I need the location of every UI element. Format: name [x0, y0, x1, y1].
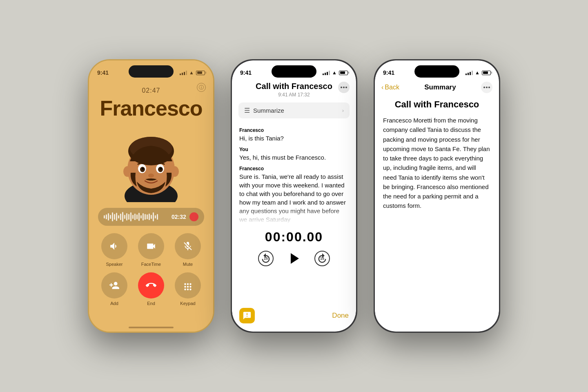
call-timer: 02:47 — [142, 87, 160, 94]
waveform-bar: 02:32 — [98, 208, 204, 226]
transcript-speaker-0: Francesco — [239, 127, 349, 133]
call-buttons-grid: Speaker FaceTime Mute Add — [99, 233, 203, 306]
transcript-item-0: Francesco Hi, is this Tania? — [239, 127, 349, 143]
svg-point-12 — [160, 168, 162, 170]
transcript-item-1: You Yes, hi, this must be Francesco. — [239, 147, 349, 162]
phone1-content: 9:41 ▲ ⓘ 02:47 Francesco — [89, 60, 213, 332]
summary-heading: Call with Francesco — [383, 99, 491, 110]
home-indicator-1 — [129, 327, 174, 328]
phone3-screen: 9:41 ▲ ‹ Back Summary — [375, 60, 499, 332]
keypad-icon — [175, 272, 201, 298]
back-chevron-icon: ‹ — [381, 84, 383, 91]
skip-back-button[interactable]: 15 — [258, 251, 274, 266]
add-label: Add — [110, 301, 118, 306]
back-label: Back — [385, 84, 399, 91]
phone2-screen: 9:41 ▲ Call with Francesco 9:41 AM 17:32 — [232, 60, 356, 332]
wifi-icon-3: ▲ — [475, 70, 480, 76]
status-time-2: 9:41 — [240, 69, 252, 76]
play-button[interactable] — [285, 249, 303, 267]
mute-label: Mute — [183, 262, 193, 267]
add-button[interactable]: Add — [99, 272, 130, 306]
status-icons-1: ▲ — [180, 70, 205, 76]
transcript-speaker-2: Francesco — [239, 166, 349, 172]
video-icon — [138, 233, 164, 259]
svg-point-5 — [123, 166, 131, 177]
dynamic-island-1 — [129, 65, 174, 78]
transcript-body: Francesco Hi, is this Tania? You Yes, hi… — [232, 123, 356, 224]
dynamic-island-2 — [272, 65, 316, 78]
phone-1-active-call: 9:41 ▲ ⓘ 02:47 Francesco — [88, 59, 214, 333]
speaker-button[interactable]: Speaker — [99, 233, 130, 267]
transcript-header: Call with Francesco 9:41 AM 17:32 — [232, 82, 356, 98]
waveform-visual — [104, 212, 168, 222]
waveform-time: 02:32 — [172, 214, 186, 220]
status-time-1: 9:41 — [97, 69, 109, 76]
battery-icon-3 — [482, 71, 491, 75]
battery-icon-1 — [196, 71, 205, 75]
summarize-label: Summarize — [253, 107, 284, 114]
summary-text: Francesco Moretti from the moving compan… — [383, 116, 491, 211]
facetime-label: FaceTime — [141, 262, 161, 267]
speaker-label: Speaker — [106, 262, 123, 267]
svg-point-11 — [142, 168, 144, 170]
playback-timer: 00:00.00 — [232, 229, 356, 245]
record-dot — [189, 212, 198, 221]
summary-more-button[interactable] — [481, 82, 492, 93]
end-button[interactable]: End — [136, 272, 167, 306]
summarize-button[interactable]: ☰ Summarize › — [238, 102, 350, 118]
phone2-footer: Done — [232, 308, 356, 323]
speaker-icon — [101, 233, 127, 259]
more-button[interactable] — [338, 82, 350, 93]
status-icons-2: ▲ — [323, 70, 348, 76]
svg-point-6 — [171, 166, 179, 177]
summary-nav-title: Summary — [424, 83, 456, 91]
transcript-subtitle: 9:41 AM 17:32 — [248, 92, 340, 98]
back-button[interactable]: ‹ Back — [381, 84, 399, 91]
transcript-line-0: Hi, is this Tania? — [239, 134, 349, 143]
end-icon — [138, 272, 164, 298]
skip-back-label: 15 — [264, 256, 268, 261]
home-indicator-2 — [272, 327, 316, 328]
facetime-button[interactable]: FaceTime — [136, 233, 167, 267]
dynamic-island-3 — [414, 65, 459, 78]
mute-button[interactable]: Mute — [172, 233, 203, 267]
home-indicator-3 — [414, 327, 459, 328]
wifi-icon-2: ▲ — [332, 70, 337, 76]
mute-icon — [175, 233, 201, 259]
transcript-line-2: Sure is. Tania, we're all ready to assis… — [239, 172, 349, 224]
end-label: End — [147, 301, 155, 306]
status-time-3: 9:41 — [383, 69, 394, 76]
keypad-button[interactable]: Keypad — [172, 272, 203, 306]
caller-name: Francesco — [100, 96, 202, 120]
svg-point-13 — [148, 174, 154, 178]
info-icon[interactable]: ⓘ — [197, 83, 206, 92]
signal-icon-3 — [466, 71, 473, 75]
keypad-label: Keypad — [180, 301, 195, 306]
signal-icon-2 — [323, 71, 330, 75]
avatar — [114, 125, 188, 202]
skip-forward-label: 15 — [320, 256, 324, 261]
wifi-icon-1: ▲ — [189, 70, 194, 76]
chevron-right-icon: › — [342, 107, 344, 114]
summarize-icon: ☰ — [244, 107, 250, 114]
dots-icon — [341, 87, 347, 88]
phone-3-summary: 9:41 ▲ ‹ Back Summary — [374, 59, 500, 333]
phone-2-transcript: 9:41 ▲ Call with Francesco 9:41 AM 17:32 — [231, 59, 357, 333]
playback-controls: 15 15 — [232, 249, 356, 267]
summary-nav: ‹ Back Summary — [375, 82, 499, 93]
status-icons-3: ▲ — [466, 70, 491, 76]
playback-section: 00:00.00 15 15 — [232, 229, 356, 267]
skip-forward-button[interactable]: 15 — [314, 251, 330, 266]
add-icon — [101, 272, 127, 298]
chat-icon-button[interactable] — [239, 308, 255, 323]
transcript-speaker-1: You — [239, 147, 349, 152]
signal-icon-1 — [180, 71, 187, 75]
transcript-item-2: Francesco Sure is. Tania, we're all read… — [239, 166, 349, 224]
summary-content: Call with Francesco Francesco Moretti fr… — [375, 99, 499, 323]
battery-icon-2 — [339, 71, 348, 75]
transcript-line-1: Yes, hi, this must be Francesco. — [239, 153, 349, 162]
done-button[interactable]: Done — [332, 312, 349, 320]
transcript-title: Call with Francesco — [248, 82, 340, 91]
dots-icon-3 — [483, 87, 490, 88]
play-icon — [291, 253, 299, 264]
